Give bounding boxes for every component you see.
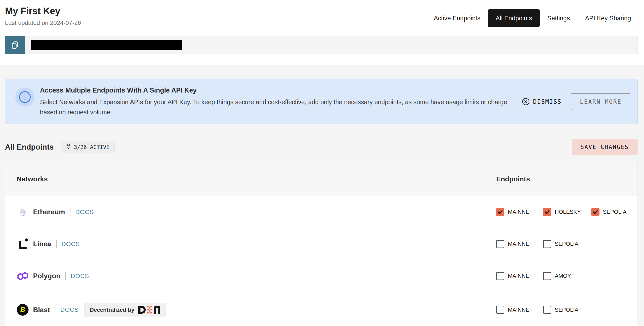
blast-icon: B (17, 304, 29, 316)
endpoint-option: MAINNET (496, 306, 533, 314)
networks-column-header: Networks (17, 175, 48, 183)
network-name: Linea (33, 240, 51, 248)
tab-active-endpoints[interactable]: Active Endpoints (426, 9, 488, 27)
endpoint-option: MAINNET (496, 272, 533, 280)
polygon-docs-link[interactable]: DOCS (71, 272, 89, 280)
banner-actions: DISMISS LEARN MORE (522, 93, 630, 110)
api-key-redacted (31, 40, 182, 50)
ethereum-icon (17, 206, 29, 218)
table-row-blast: B Blast DOCS Decentralized by (5, 292, 638, 326)
info-banner: i Access Multiple Endpoints With A Singl… (5, 79, 638, 124)
endpoint-label: MAINNET (508, 240, 533, 247)
divider (65, 272, 66, 280)
divider (70, 208, 70, 216)
banner-title: Access Multiple Endpoints With A Single … (40, 86, 521, 94)
table-row-linea: Linea DOCS MAINNET SEP (5, 228, 638, 260)
endpoint-label: SEPOLIA (555, 240, 578, 247)
network-name: Ethereum (33, 208, 65, 216)
section-title: All Endpoints (5, 143, 54, 151)
active-count-label: 3/26 ACTIVE (74, 144, 110, 150)
tab-all-endpoints[interactable]: All Endpoints (488, 9, 540, 27)
din-logo (138, 306, 160, 314)
linea-icon (17, 238, 29, 250)
endpoints-table: Networks Endpoints (5, 162, 638, 326)
checkbox-polygon-mainnet[interactable] (496, 272, 504, 280)
endpoint-option: MAINNET (496, 208, 533, 216)
all-endpoints-section-header: All Endpoints 3/26 ACTIVE SAVE CHANGES (5, 139, 638, 155)
learn-more-button[interactable]: LEARN MORE (571, 93, 630, 110)
checkbox-ethereum-holesky[interactable] (543, 208, 551, 216)
dismiss-label: DISMISS (533, 98, 562, 105)
endpoints-column-header: Endpoints (496, 175, 530, 183)
endpoint-option: AMOY (543, 272, 571, 280)
endpoint-label: HOLESKY (555, 208, 581, 215)
tab-settings[interactable]: Settings (540, 9, 578, 27)
blast-docs-link[interactable]: DOCS (60, 306, 79, 313)
checkbox-polygon-amoy[interactable] (543, 272, 551, 280)
polygon-icon (17, 270, 29, 282)
info-icon: i (15, 88, 34, 106)
save-changes-button[interactable]: SAVE CHANGES (572, 139, 638, 155)
endpoint-option: SEPOLIA (591, 208, 626, 216)
divider (56, 240, 56, 248)
endpoint-label: MAINNET (508, 306, 533, 313)
endpoint-label: SEPOLIA (603, 208, 626, 215)
endpoint-tabs: Active Endpoints All Endpoints Settings … (426, 9, 639, 27)
dismiss-button[interactable]: DISMISS (522, 98, 562, 106)
endpoint-label: MAINNET (508, 208, 533, 215)
table-row-polygon: Polygon DOCS MAINNET A (5, 260, 638, 292)
api-key-row (5, 36, 638, 54)
active-count-badge: 3/26 ACTIVE (61, 141, 115, 153)
banner-text: Access Multiple Endpoints With A Single … (40, 86, 521, 118)
endpoint-option: HOLESKY (543, 208, 581, 216)
endpoint-label: AMOY (555, 272, 571, 279)
page-title: My First Key (5, 6, 81, 16)
linea-docs-link[interactable]: DOCS (62, 240, 80, 248)
network-name: Blast (33, 306, 50, 314)
checkbox-ethereum-sepolia[interactable] (591, 208, 600, 216)
copy-api-key-button[interactable] (5, 36, 25, 54)
api-key-field[interactable] (25, 36, 638, 54)
plug-icon (66, 144, 71, 150)
copy-icon (11, 41, 19, 49)
endpoint-option: SEPOLIA (543, 240, 578, 248)
ethereum-docs-link[interactable]: DOCS (76, 208, 94, 216)
checkbox-ethereum-mainnet[interactable] (496, 208, 504, 216)
endpoint-label: SEPOLIA (555, 306, 578, 313)
table-row-ethereum: Ethereum DOCS MAINNET (5, 196, 638, 228)
checkbox-linea-mainnet[interactable] (496, 240, 504, 248)
checkbox-blast-sepolia[interactable] (543, 306, 551, 314)
endpoint-label: MAINNET (508, 272, 533, 279)
api-key-page: My First Key Last updated on 2024-07-26 … (0, 0, 644, 326)
last-updated-text: Last updated on 2024-07-26 (5, 20, 81, 26)
decentralized-by-din-badge: Decentralized by (84, 303, 166, 316)
dismiss-circle-x-icon (522, 98, 530, 106)
din-badge-text: Decentralized by (90, 306, 134, 313)
endpoint-option: SEPOLIA (543, 306, 578, 314)
network-name: Polygon (33, 272, 60, 280)
table-header-row: Networks Endpoints (5, 162, 638, 196)
page-head: My First Key Last updated on 2024-07-26 (5, 6, 81, 26)
banner-body: Select Networks and Expansion APIs for y… (40, 97, 521, 118)
checkbox-blast-mainnet[interactable] (496, 306, 504, 314)
divider (55, 306, 55, 314)
checkbox-linea-sepolia[interactable] (543, 240, 551, 248)
content-area: i Access Multiple Endpoints With A Singl… (0, 65, 644, 326)
tab-api-key-sharing[interactable]: API Key Sharing (578, 9, 638, 27)
endpoint-option: MAINNET (496, 240, 533, 248)
